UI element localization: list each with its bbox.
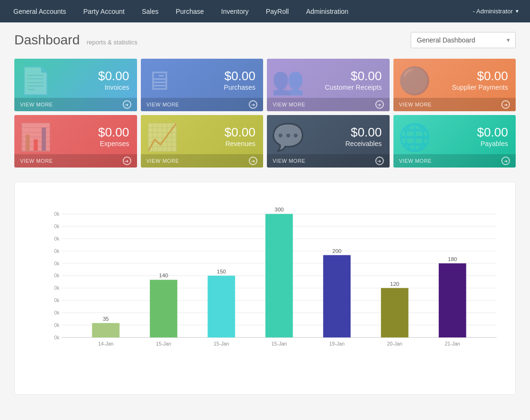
- card-icon-customer-receipts: 👥: [272, 65, 305, 96]
- nav-item-inventory[interactable]: Inventory: [212, 0, 257, 22]
- card-label-payables: Payables: [480, 140, 508, 147]
- nav-item-sales[interactable]: Sales: [133, 0, 167, 22]
- view-more-arrow-expenses: ➜: [123, 157, 131, 165]
- dashboard-dropdown-wrapper[interactable]: General Dashboard Sales Dashboard Purcha…: [411, 32, 516, 48]
- card-label-customer-receipts: Customer Receipts: [325, 84, 382, 91]
- chevron-down-icon: ▼: [515, 9, 519, 14]
- bar-20-Jan-5: [381, 288, 409, 338]
- bar-chart: 0k0k0k0k0k0k0k0k0k0k0k3514-Jan14015-Jan1…: [43, 192, 506, 373]
- card-label-purchases: Purchases: [224, 84, 255, 91]
- card-label-receivables: Receivables: [345, 140, 382, 147]
- card-footer-receivables[interactable]: VIEW MORE ➜: [267, 154, 390, 168]
- bar-label-4: 200: [332, 248, 341, 254]
- svg-text:0k: 0k: [54, 223, 60, 229]
- x-label-3: 15-Jan: [271, 341, 286, 346]
- card-footer-customer-receipts[interactable]: VIEW MORE ➜: [267, 98, 390, 111]
- card-icon-expenses: 📊: [19, 122, 52, 153]
- chart-area: 0k0k0k0k0k0k0k0k0k0k0k3514-Jan14015-Jan1…: [14, 182, 516, 395]
- bar-21-Jan-6: [439, 263, 466, 337]
- bar-19-Jan-4: [323, 255, 351, 337]
- nav-item-purchase[interactable]: Purchase: [167, 0, 212, 22]
- card-footer-purchases[interactable]: VIEW MORE ➜: [141, 98, 264, 111]
- bar-15-Jan-2: [208, 276, 235, 337]
- x-label-0: 14-Jan: [98, 341, 113, 346]
- view-more-label-revenues: VIEW MORE: [147, 158, 180, 164]
- card-invoices: 📄 $0.00 Invoices VIEW MORE ➜: [14, 59, 137, 111]
- main-content: Dashboard reports & statistics General D…: [0, 22, 530, 404]
- bar-15-Jan-1: [150, 280, 178, 337]
- x-label-1: 15-Jan: [156, 341, 171, 346]
- bar-14-Jan-0: [92, 323, 120, 337]
- card-amount-payables: $0.00: [477, 125, 508, 140]
- card-payables: 🌐 $0.00 Payables VIEW MORE ➜: [393, 115, 516, 168]
- user-label: - Administrator: [473, 8, 513, 15]
- card-footer-revenues[interactable]: VIEW MORE ➜: [141, 154, 264, 168]
- x-label-6: 21-Jan: [445, 341, 460, 346]
- nav-item-payroll[interactable]: PayRoll: [257, 0, 297, 22]
- svg-text:0k: 0k: [54, 285, 60, 291]
- card-purchases: 🖥 $0.00 Purchases VIEW MORE ➜: [141, 59, 264, 111]
- svg-text:0k: 0k: [54, 261, 60, 266]
- nav-item-party-account[interactable]: Party Account: [75, 0, 133, 22]
- card-amount-invoices: $0.00: [98, 69, 129, 84]
- view-more-label-receivables: VIEW MORE: [273, 158, 306, 164]
- svg-text:0k: 0k: [54, 273, 60, 278]
- bar-label-3: 300: [275, 207, 284, 212]
- svg-text:0k: 0k: [54, 310, 60, 315]
- svg-text:0k: 0k: [54, 322, 60, 328]
- view-more-arrow-customer-receipts: ➜: [375, 100, 384, 109]
- card-icon-purchases: 🖥: [146, 65, 172, 96]
- card-amount-customer-receipts: $0.00: [350, 69, 382, 84]
- svg-text:0k: 0k: [54, 335, 60, 340]
- navbar: General AccountsParty AccountSalesPurcha…: [0, 0, 530, 22]
- dashboard-dropdown[interactable]: General Dashboard Sales Dashboard Purcha…: [411, 32, 516, 48]
- nav-item-general-accounts[interactable]: General Accounts: [5, 0, 75, 22]
- view-more-arrow-purchases: ➜: [249, 100, 257, 109]
- card-icon-payables: 🌐: [398, 122, 431, 153]
- page-title: Dashboard: [14, 32, 80, 47]
- dashboard-header: Dashboard reports & statistics General D…: [14, 32, 516, 48]
- card-icon-supplier-payments: 🔵: [398, 65, 431, 96]
- card-amount-purchases: $0.00: [224, 69, 255, 84]
- bar-label-5: 120: [390, 281, 399, 287]
- svg-text:0k: 0k: [54, 211, 60, 217]
- view-more-arrow-receivables: ➜: [375, 157, 384, 165]
- card-label-expenses: Expenses: [100, 140, 129, 147]
- view-more-label-invoices: VIEW MORE: [20, 102, 53, 107]
- card-revenues: 📈 $0.00 Revenues VIEW MORE ➜: [141, 115, 264, 168]
- view-more-label-customer-receipts: VIEW MORE: [273, 102, 306, 107]
- x-label-5: 20-Jan: [387, 341, 402, 346]
- view-more-label-expenses: VIEW MORE: [20, 158, 53, 164]
- svg-text:0k: 0k: [54, 297, 60, 303]
- card-footer-invoices[interactable]: VIEW MORE ➜: [14, 98, 137, 111]
- cards-grid: 📄 $0.00 Invoices VIEW MORE ➜ 🖥 $0.00 Pur…: [14, 59, 516, 168]
- card-label-supplier-payments: Supplier Payments: [452, 84, 508, 91]
- card-icon-receivables: 💬: [272, 122, 305, 153]
- dashboard-title-area: Dashboard reports & statistics: [14, 32, 138, 48]
- page-subtitle: reports & statistics: [86, 39, 137, 46]
- card-receivables: 💬 $0.00 Receivables VIEW MORE ➜: [267, 115, 390, 168]
- card-icon-invoices: 📄: [19, 65, 52, 96]
- view-more-label-purchases: VIEW MORE: [147, 102, 180, 107]
- view-more-label-payables: VIEW MORE: [399, 158, 432, 164]
- card-customer-receipts: 👥 $0.00 Customer Receipts VIEW MORE ➜: [267, 59, 390, 111]
- view-more-arrow-payables: ➜: [501, 157, 510, 165]
- x-label-4: 19-Jan: [329, 341, 344, 346]
- svg-text:0k: 0k: [54, 248, 60, 254]
- card-amount-receivables: $0.00: [350, 125, 382, 140]
- view-more-arrow-supplier-payments: ➜: [501, 100, 510, 109]
- card-label-revenues: Revenues: [225, 140, 255, 147]
- card-footer-expenses[interactable]: VIEW MORE ➜: [14, 154, 137, 168]
- view-more-arrow-invoices: ➜: [123, 100, 131, 109]
- card-expenses: 📊 $0.00 Expenses VIEW MORE ➜: [14, 115, 137, 168]
- bar-label-1: 140: [159, 273, 168, 278]
- user-menu[interactable]: - Administrator ▼: [467, 8, 525, 15]
- view-more-arrow-revenues: ➜: [249, 157, 257, 165]
- bar-label-6: 180: [448, 256, 457, 262]
- x-label-2: 15-Jan: [213, 341, 229, 346]
- nav-item-administration[interactable]: Administration: [297, 0, 357, 22]
- card-footer-supplier-payments[interactable]: VIEW MORE ➜: [393, 98, 516, 111]
- bar-label-2: 150: [217, 269, 226, 274]
- card-footer-payables[interactable]: VIEW MORE ➜: [393, 154, 516, 168]
- svg-text:0k: 0k: [54, 236, 60, 242]
